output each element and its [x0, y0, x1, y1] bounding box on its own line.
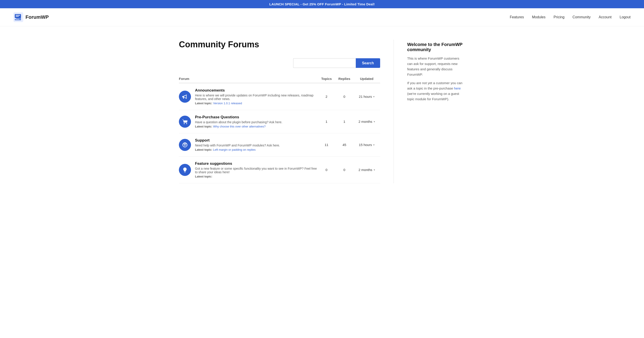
sidebar: Welcome to the ForumWP community This is…	[394, 40, 465, 183]
forum-description: Here is where we will provide updates on…	[195, 94, 318, 101]
search-button[interactable]: Search	[356, 58, 380, 68]
table-row: Support Need help with ForumWP and Forum…	[179, 133, 380, 157]
forum-info: Support Need help with ForumWP and Forum…	[195, 138, 280, 151]
latest-label: Latest topic:	[195, 175, 212, 178]
nav-link-features[interactable]: Features	[510, 15, 524, 19]
forum-name[interactable]: Feature suggestions	[195, 162, 318, 166]
search-container: Search	[179, 58, 380, 68]
forum-updated: 2 months ▾	[353, 168, 380, 172]
navigation: ForumWP Features Modules Pricing Communi…	[0, 8, 644, 26]
forum-topics-count: 2	[318, 95, 336, 98]
updated-time: 2 months	[358, 120, 372, 124]
forum-name[interactable]: Announcements	[195, 88, 318, 93]
forum-replies-count: 0	[336, 168, 353, 172]
svg-rect-3	[16, 16, 19, 17]
nav-link-modules[interactable]: Modules	[532, 15, 546, 19]
col-header-updated: Updated	[353, 77, 380, 81]
chevron-down-icon: ▾	[374, 120, 375, 123]
col-header-replies: Replies	[336, 77, 353, 81]
latest-topic-link[interactable]: Why choose this over other alternatives?	[213, 125, 266, 128]
chevron-down-icon: ▾	[373, 143, 374, 147]
updated-time: 15 hours	[359, 143, 372, 147]
table-row: Feature suggestions Got a new feature or…	[179, 157, 380, 183]
nav-link-community[interactable]: Community	[572, 15, 590, 19]
forum-info: Announcements Here is where we will prov…	[195, 88, 318, 105]
forum-icon-feature-suggestions	[179, 164, 191, 176]
forum-topics-count: 0	[318, 168, 336, 172]
forum-latest: Latest topic: Version 1.0.1 released	[195, 102, 318, 105]
updated-time: 2 months	[358, 168, 372, 172]
forum-replies-count: 1	[336, 120, 353, 124]
forum-icon-announcements	[179, 91, 191, 103]
latest-label: Latest topic:	[195, 148, 212, 151]
latest-label: Latest topic:	[195, 102, 212, 105]
forum-info: Feature suggestions Got a new feature or…	[195, 162, 318, 178]
logo-text: ForumWP	[26, 14, 49, 20]
table-row: Announcements Here is where we will prov…	[179, 83, 380, 110]
sidebar-para1: This is where ForumWP customers can ask …	[407, 56, 465, 77]
forum-name[interactable]: Pre-Purchase Questions	[195, 115, 282, 119]
forum-description: Got a new feature or some specific funct…	[195, 167, 318, 174]
latest-topic-link[interactable]: Version 1.0.1 released	[213, 102, 242, 105]
svg-rect-5	[16, 19, 19, 19]
sidebar-here-link[interactable]: here	[454, 86, 461, 90]
forum-row-main: Support Need help with ForumWP and Forum…	[179, 138, 318, 151]
forum-updated: 21 hours ▾	[353, 95, 380, 98]
table-row: Pre-Purchase Questions Have a question a…	[179, 110, 380, 133]
logo-icon	[14, 12, 23, 22]
forum-latest: Latest topic: Why choose this over other…	[195, 125, 282, 128]
chevron-down-icon: ▾	[374, 168, 375, 171]
nav-link-pricing[interactable]: Pricing	[554, 15, 564, 19]
latest-topic-link[interactable]: Left margin or padding on replies	[213, 148, 256, 151]
forum-topics-count: 1	[318, 120, 336, 124]
sidebar-para2: If you are not yet a customer you can as…	[407, 80, 465, 102]
forum-replies-count: 0	[336, 95, 353, 98]
chevron-down-icon: ▾	[373, 95, 374, 98]
sidebar-title: Welcome to the ForumWP community	[407, 42, 465, 52]
forum-description: Need help with ForumWP and ForumWP modul…	[195, 144, 280, 147]
sidebar-para2-after: (we're currently working on a guest topi…	[407, 92, 459, 101]
main-wrapper: Community Forums Search Forum Topics Rep…	[166, 26, 478, 197]
forum-replies-count: 45	[336, 143, 353, 147]
content-area: Community Forums Search Forum Topics Rep…	[179, 40, 380, 183]
updated-time: 21 hours	[359, 95, 372, 98]
forum-name[interactable]: Support	[195, 138, 280, 143]
forum-table-header: Forum Topics Replies Updated	[179, 75, 380, 83]
nav-link-account[interactable]: Account	[598, 15, 612, 19]
banner-text: LAUNCH SPECIAL - Get 25% OFF ForumWP - L…	[269, 2, 374, 6]
col-header-topics: Topics	[318, 77, 336, 81]
forum-updated: 2 months ▾	[353, 120, 380, 124]
nav-link-logout[interactable]: Logout	[620, 15, 630, 19]
latest-label: Latest topic:	[195, 125, 212, 128]
forum-row-main: Pre-Purchase Questions Have a question a…	[179, 115, 318, 128]
forum-rows: Announcements Here is where we will prov…	[179, 83, 380, 183]
top-banner: LAUNCH SPECIAL - Get 25% OFF ForumWP - L…	[0, 0, 644, 8]
col-header-forum: Forum	[179, 77, 318, 81]
forum-icon-support	[179, 139, 191, 151]
page-title: Community Forums	[179, 40, 380, 49]
forum-updated: 15 hours ▾	[353, 143, 380, 147]
nav-links: Features Modules Pricing Community Accou…	[510, 15, 630, 19]
forum-latest: Latest topic: Left margin or padding on …	[195, 148, 280, 151]
forum-latest: Latest topic:	[195, 175, 318, 178]
forum-icon-pre-purchase	[179, 116, 191, 128]
forum-info: Pre-Purchase Questions Have a question a…	[195, 115, 282, 128]
logo[interactable]: ForumWP	[14, 12, 49, 22]
forum-row-main: Feature suggestions Got a new feature or…	[179, 162, 318, 178]
search-input[interactable]	[293, 58, 356, 68]
forum-row-main: Announcements Here is where we will prov…	[179, 88, 318, 105]
forum-description: Have a question about the plugin before …	[195, 120, 282, 124]
svg-rect-2	[16, 15, 20, 16]
forum-topics-count: 11	[318, 143, 336, 147]
